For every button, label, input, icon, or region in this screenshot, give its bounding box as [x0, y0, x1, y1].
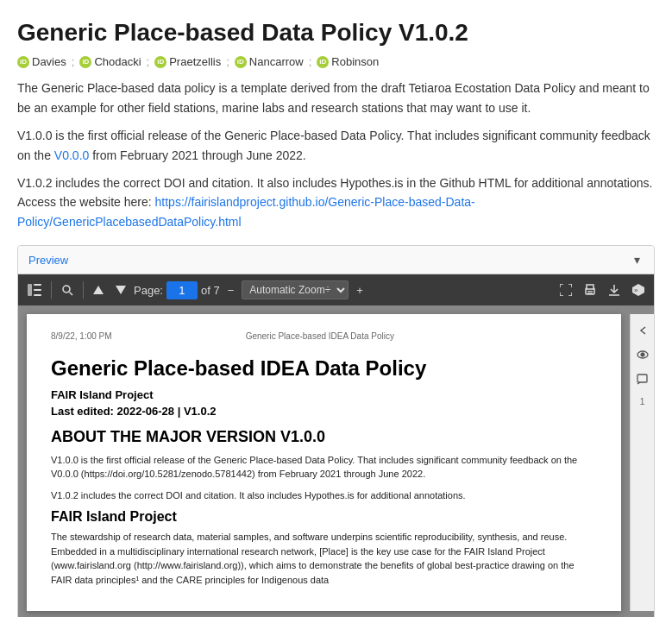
search-button[interactable] [57, 281, 78, 299]
pdf-section1-body2: V1.0.2 includes the correct DOI and cita… [51, 488, 597, 503]
pdf-header-title: Generic Place-based IDEA Data Policy [112, 331, 528, 341]
orcid-icon: iD [317, 56, 329, 68]
fullscreen-button[interactable] [556, 281, 576, 299]
toggle-sidebar-button[interactable] [23, 281, 46, 299]
svg-rect-9 [587, 285, 593, 289]
v000-link[interactable]: V0.0.0 [54, 148, 89, 162]
pdf-content-wrapper: 8/9/22, 1:00 PM Generic Place-based IDEA… [18, 305, 654, 617]
authors-row: iD Davies ; iD Chodacki ; iD Praetzellis… [17, 55, 655, 68]
author-praetzellis: iD Praetzellis [154, 55, 221, 68]
pdf-last-edited: Last edited: 2022-06-28 | V1.0.2 [51, 405, 597, 418]
preview-label: Preview [28, 254, 68, 267]
author-name: Nancarrow [249, 55, 304, 68]
page-input[interactable] [166, 281, 198, 299]
page-label: Page: [134, 284, 163, 297]
svg-rect-18 [637, 375, 647, 382]
pdf-right-sidebar: 1 [630, 314, 654, 611]
toolbar-separator [51, 281, 52, 299]
page-total: of 7 [201, 284, 220, 297]
svg-rect-1 [34, 284, 41, 286]
author-nancarrow: iD Nancarrow [235, 55, 304, 68]
page-title: Generic Place-based Data Policy V1.0.2 [17, 17, 655, 48]
orcid-icon: iD [154, 56, 166, 68]
svg-marker-7 [116, 286, 126, 294]
more-button[interactable]: » [628, 281, 649, 299]
pdf-section2-body: The stewardship of research data, materi… [51, 530, 597, 587]
orcid-icon: iD [235, 56, 247, 68]
sidebar-page-num: 1 [640, 397, 645, 406]
author-sep: ; [226, 55, 229, 68]
author-name: Chodacki [94, 55, 141, 68]
author-davies: iD Davies [17, 55, 66, 68]
pdf-timestamp: 8/9/22, 1:00 PM [51, 331, 112, 341]
pdf-project: FAIR Island Project [51, 388, 597, 401]
chevron-down-icon: ▾ [630, 253, 644, 267]
prev-page-button[interactable] [89, 283, 108, 297]
pdf-toolbar: Page: of 7 − Automatic Zoom÷ + [18, 274, 654, 305]
orcid-icon: iD [17, 56, 29, 68]
zoom-in-button[interactable]: + [352, 281, 367, 299]
author-name: Davies [32, 55, 66, 68]
pdf-section1-body1: V1.0.0 is the first official release of … [51, 453, 597, 482]
next-page-button[interactable] [111, 283, 130, 297]
page-control: Page: of 7 [134, 281, 220, 299]
description-3: V1.0.2 includes the correct DOI and cita… [17, 173, 655, 231]
svg-marker-6 [93, 286, 104, 294]
author-robinson: iD Robinson [317, 55, 379, 68]
pdf-section2-title: FAIR Island Project [51, 509, 597, 525]
author-sep: ; [72, 55, 75, 68]
orcid-icon: iD [79, 56, 91, 68]
svg-rect-11 [587, 293, 593, 293]
toolbar-separator [83, 281, 84, 299]
svg-rect-0 [28, 284, 32, 296]
sidebar-collapse-button[interactable] [633, 321, 652, 340]
description-2: V1.0.0 is the first official release of … [17, 126, 655, 165]
svg-rect-10 [587, 291, 593, 292]
preview-header[interactable]: Preview ▾ [18, 246, 654, 274]
svg-point-4 [63, 286, 70, 293]
pdf-page: 8/9/22, 1:00 PM Generic Place-based IDEA… [27, 314, 621, 611]
zoom-out-button[interactable]: − [223, 281, 239, 299]
print-button[interactable] [580, 281, 600, 299]
description-2-suffix: from February 2021 through June 2022. [89, 148, 305, 162]
author-sep: ; [309, 55, 312, 68]
description-1: The Generic Place-based data policy is a… [17, 79, 655, 117]
sidebar-eye-button[interactable] [633, 345, 652, 364]
author-name: Praetzellis [169, 55, 221, 68]
preview-container: Preview ▾ [17, 245, 655, 617]
pdf-section1-title: ABOUT THE MAJOR VERSION V1.0.0 [51, 428, 597, 446]
svg-point-17 [641, 353, 644, 356]
sidebar-annotate-button[interactable] [633, 369, 652, 388]
author-chodacki: iD Chodacki [79, 55, 141, 68]
pdf-doc-title: Generic Place-based IDEA Data Policy [51, 356, 597, 381]
download-button[interactable] [604, 281, 625, 299]
svg-line-5 [70, 293, 73, 296]
zoom-select[interactable]: Automatic Zoom÷ [242, 280, 349, 299]
svg-rect-3 [34, 294, 41, 296]
svg-text:»: » [634, 286, 638, 294]
author-name: Robinson [331, 55, 379, 68]
author-sep: ; [147, 55, 150, 68]
svg-rect-2 [34, 289, 41, 291]
